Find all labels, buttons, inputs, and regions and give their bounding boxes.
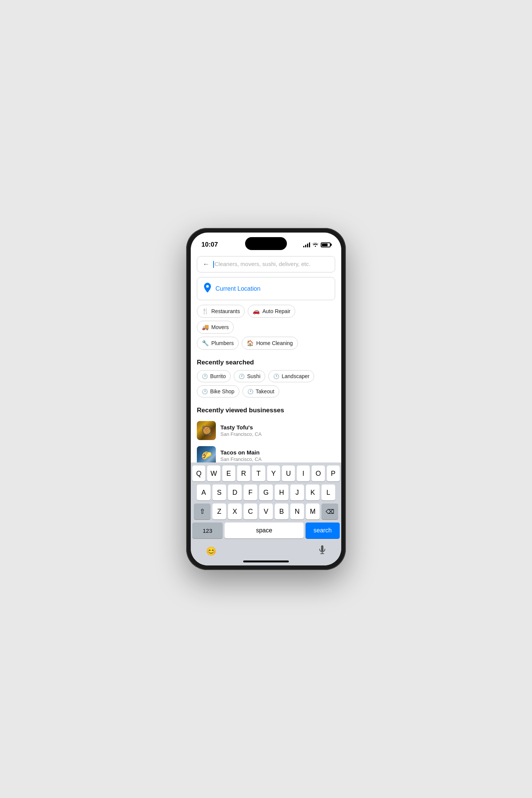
key-b[interactable]: B [275, 504, 288, 519]
category-chips: 🍴 Restaurants 🚗 Auto Repair 🚚 Movers 🔧 [191, 305, 341, 354]
recent-chip-bike-shop-label: Bike Shop [210, 388, 234, 394]
restaurants-icon: 🍴 [202, 308, 209, 315]
recent-chip-bike-shop[interactable]: 🕐 Bike Shop [197, 385, 239, 397]
recent-chip-landscaper-label: Landscaper [282, 373, 309, 379]
current-location-button[interactable]: Current Location [197, 277, 335, 300]
chips-row-2: 🔧 Plumbers 🏠 Home Cleaning [197, 337, 335, 350]
key-v[interactable]: V [259, 504, 273, 519]
key-o[interactable]: O [312, 466, 325, 481]
key-m[interactable]: M [306, 504, 320, 519]
plumbers-icon: 🔧 [202, 340, 209, 347]
phone-screen: 10:07 [191, 233, 341, 565]
main-content: ← Cleaners, movers, sushi, delivery, etc… [191, 252, 341, 462]
movers-icon: 🚚 [202, 324, 209, 331]
business-location-tasty-tofus: San Francisco, CA [220, 431, 335, 437]
keyboard: Q W E R T Y U I O P A S D F G H J K [191, 462, 341, 542]
key-n[interactable]: N [290, 504, 304, 519]
shift-key[interactable]: ⇧ [194, 504, 211, 519]
chip-restaurants[interactable]: 🍴 Restaurants [197, 305, 245, 318]
key-u[interactable]: U [282, 466, 295, 481]
recent-chips-row-1: 🕐 Burrito 🕐 Sushi 🕐 Landscaper [197, 370, 335, 382]
clock-icon-landscaper: 🕐 [273, 374, 279, 379]
recent-chip-burrito[interactable]: 🕐 Burrito [197, 370, 231, 382]
keyboard-row-1: Q W E R T Y U I O P [192, 466, 340, 481]
business-info-tasty-tofus: Tasty Tofu's San Francisco, CA [220, 424, 335, 437]
business-item-tacos-on-main[interactable]: 🌮 Tacos on Main San Francisco, CA [197, 443, 335, 462]
key-g[interactable]: G [259, 484, 273, 500]
key-f[interactable]: F [244, 484, 257, 500]
key-q[interactable]: Q [192, 466, 205, 481]
wifi-icon [312, 242, 318, 248]
recent-chip-landscaper[interactable]: 🕐 Landscaper [268, 370, 314, 382]
key-s[interactable]: S [212, 484, 226, 500]
key-e[interactable]: E [222, 466, 235, 481]
mic-icon[interactable] [318, 545, 326, 557]
key-d[interactable]: D [228, 484, 242, 500]
keyboard-row-2: A S D F G H J K L [192, 484, 340, 500]
key-j[interactable]: J [290, 484, 304, 500]
recent-chip-burrito-label: Burrito [210, 373, 226, 379]
battery-icon [321, 242, 331, 247]
chip-movers[interactable]: 🚚 Movers [197, 321, 234, 334]
key-w[interactable]: W [207, 466, 220, 481]
recent-chip-sushi[interactable]: 🕐 Sushi [234, 370, 265, 382]
space-key[interactable]: space [225, 522, 304, 538]
status-icons [303, 242, 331, 248]
key-k[interactable]: K [306, 484, 320, 500]
recently-viewed-title: Recently viewed businesses [191, 402, 341, 418]
key-y[interactable]: Y [267, 466, 280, 481]
chip-movers-label: Movers [211, 324, 229, 330]
recent-chips-row-2: 🕐 Bike Shop 🕐 Takeout [197, 385, 335, 397]
business-thumbnail-tacos-on-main: 🌮 [197, 446, 216, 462]
chip-auto-repair[interactable]: 🚗 Auto Repair [248, 305, 295, 318]
home-cleaning-icon: 🏠 [247, 340, 254, 347]
key-c[interactable]: C [244, 504, 257, 519]
location-pin-icon [203, 283, 212, 294]
business-item-tasty-tofus[interactable]: 🥘 Tasty Tofu's San Francisco, CA [197, 418, 335, 443]
status-time: 10:07 [201, 241, 218, 249]
search-key[interactable]: search [306, 522, 340, 538]
keyboard-bottom-row: 123 space search [192, 522, 340, 538]
business-name-tacos-on-main: Tacos on Main [220, 449, 335, 456]
search-bar[interactable]: ← Cleaners, movers, sushi, delivery, etc… [197, 256, 335, 272]
chips-row-1: 🍴 Restaurants 🚗 Auto Repair 🚚 Movers [197, 305, 335, 334]
bottom-icons-row: 😊 [191, 544, 341, 560]
business-name-tasty-tofus: Tasty Tofu's [220, 424, 335, 431]
key-h[interactable]: H [275, 484, 288, 500]
svg-point-0 [206, 285, 209, 288]
clock-icon-bike-shop: 🕐 [202, 389, 208, 394]
back-button[interactable]: ← [203, 260, 209, 268]
clock-icon-takeout: 🕐 [247, 389, 253, 394]
current-location-label: Current Location [215, 285, 260, 292]
dynamic-island [245, 237, 287, 250]
keyboard-row-3: ⇧ Z X C V B N M ⌫ [192, 504, 340, 519]
key-r[interactable]: R [237, 466, 250, 481]
recent-chip-takeout[interactable]: 🕐 Takeout [242, 385, 279, 397]
clock-icon-burrito: 🕐 [202, 374, 208, 379]
key-i[interactable]: I [297, 466, 310, 481]
emoji-icon[interactable]: 😊 [206, 546, 216, 556]
business-info-tacos-on-main: Tacos on Main San Francisco, CA [220, 449, 335, 462]
recent-chip-takeout-label: Takeout [256, 388, 274, 394]
key-l[interactable]: L [321, 484, 335, 500]
key-p[interactable]: P [327, 466, 340, 481]
delete-key[interactable]: ⌫ [321, 504, 338, 519]
svg-rect-1 [321, 545, 323, 551]
home-indicator [243, 560, 289, 562]
recently-viewed-section: Recently viewed businesses 🥘 Tasty Tofu'… [191, 402, 341, 462]
signal-icon [303, 242, 310, 247]
key-z[interactable]: Z [212, 504, 226, 519]
auto-repair-icon: 🚗 [253, 308, 260, 315]
businesses-list: 🥘 Tasty Tofu's San Francisco, CA 🌮 [191, 418, 341, 462]
search-bar-container: ← Cleaners, movers, sushi, delivery, etc… [191, 252, 341, 276]
clock-icon-sushi: 🕐 [239, 374, 245, 379]
search-input[interactable]: Cleaners, movers, sushi, delivery, etc. [213, 261, 329, 268]
chip-plumbers[interactable]: 🔧 Plumbers [197, 337, 239, 350]
key-t[interactable]: T [252, 466, 265, 481]
numbers-key[interactable]: 123 [192, 522, 223, 538]
key-x[interactable]: X [228, 504, 242, 519]
phone-frame: 10:07 [186, 228, 346, 570]
chip-home-cleaning[interactable]: 🏠 Home Cleaning [242, 337, 298, 350]
key-a[interactable]: A [197, 484, 211, 500]
recently-searched-section: Recently searched 🕐 Burrito 🕐 Sushi 🕐 [191, 354, 341, 402]
